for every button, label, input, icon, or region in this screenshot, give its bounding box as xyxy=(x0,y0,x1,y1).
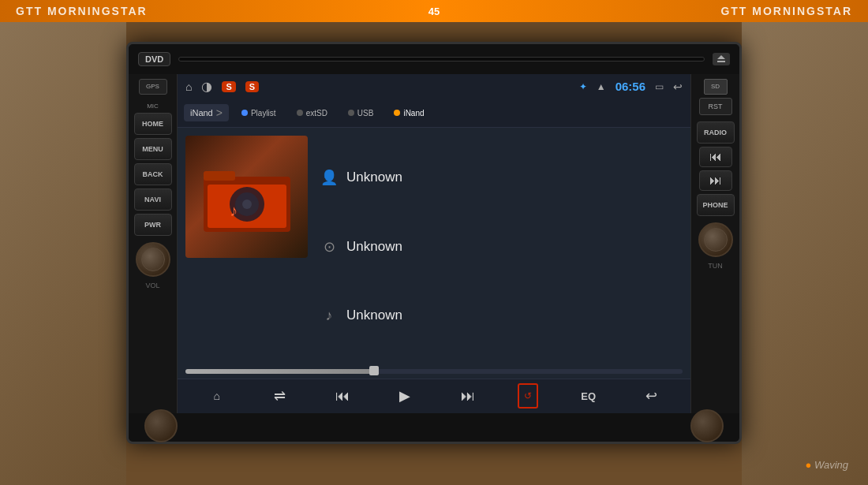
ss-badge[interactable]: S xyxy=(222,81,235,92)
prev-button[interactable]: ⏮ xyxy=(330,383,355,409)
song-icon: ♪ xyxy=(320,308,339,324)
rst-button[interactable]: RST xyxy=(699,98,732,115)
skip-prev-button[interactable]: ⏮ xyxy=(699,147,732,167)
home-status-icon[interactable]: ⌂ xyxy=(185,80,192,93)
svg-point-5 xyxy=(242,200,252,209)
folder-name: iNand xyxy=(190,108,213,118)
song-row: ♪ Unknown xyxy=(320,308,683,324)
banner-number: 45 xyxy=(428,6,440,17)
navi-button[interactable]: NAVI xyxy=(134,188,172,211)
play-pause-button[interactable]: ▶ xyxy=(392,383,417,409)
source-tab-extsd[interactable]: extSD xyxy=(289,106,335,120)
progress-thumb[interactable] xyxy=(369,366,379,375)
radio-button[interactable]: RADIO xyxy=(697,121,735,144)
source-tab-playlist[interactable]: Playlist xyxy=(234,106,284,120)
bg-left xyxy=(0,0,126,485)
usb-label: USB xyxy=(357,109,374,118)
ss-badge-2[interactable]: S xyxy=(245,81,259,92)
bg-right xyxy=(742,0,868,485)
album-row: ⊙ Unknown xyxy=(320,238,683,256)
eject-line-icon xyxy=(717,61,725,62)
volume-knob-inner xyxy=(141,248,165,271)
skip-next-button[interactable]: ⏭ xyxy=(699,170,732,191)
next-button[interactable]: ⏭ xyxy=(455,383,481,409)
artist-row: 👤 Unknown xyxy=(320,169,683,186)
album-icon: ⊙ xyxy=(320,238,339,256)
tun-knob-container xyxy=(690,412,724,442)
bottom-controls: ⌂ ⇌ ⏮ ▶ ⏭ ↺ EQ ↩ xyxy=(178,379,690,413)
eq-button[interactable]: EQ xyxy=(576,383,601,409)
folder-chevron-icon: > xyxy=(216,106,223,119)
progress-fill xyxy=(185,369,374,374)
folder-icon: ♪ xyxy=(200,157,294,236)
back-status-icon[interactable]: ↩ xyxy=(673,80,683,93)
right-button-panel: SD RST RADIO ⏮ ⏭ PHONE TUN xyxy=(690,74,739,413)
gps-button[interactable]: GPS xyxy=(139,79,167,95)
shuffle-button[interactable]: ⇌ xyxy=(267,383,292,409)
left-button-panel: GPS MIC HOME MENU BACK NAVI PWR VOL xyxy=(129,74,178,413)
progress-section[interactable] xyxy=(178,366,690,379)
source-tab-inand[interactable]: iNand xyxy=(386,106,432,120)
banner-left-text: GTT MORNINGSTAR xyxy=(16,5,148,17)
song-text: Unknown xyxy=(346,308,402,323)
vol-label: VOL xyxy=(145,282,159,289)
source-tab-usb[interactable]: USB xyxy=(340,106,382,120)
brightness-icon[interactable]: ◑ xyxy=(201,79,212,94)
bottom-strip xyxy=(129,413,739,442)
mic-label: MIC xyxy=(147,103,159,110)
watermark: ● Waving xyxy=(805,459,848,471)
tuning-knob-inner xyxy=(704,228,728,252)
home-button[interactable]: HOME xyxy=(134,113,172,135)
progress-bar[interactable] xyxy=(185,369,683,374)
svg-rect-1 xyxy=(204,171,235,181)
repeat-button[interactable]: ↺ xyxy=(518,383,538,409)
volume-knob[interactable] xyxy=(136,242,170,277)
main-area: GPS MIC HOME MENU BACK NAVI PWR VOL ⌂ ◑ … xyxy=(129,74,739,413)
control-back-button[interactable]: ↩ xyxy=(638,383,664,409)
inand-label: iNand xyxy=(403,109,424,118)
wifi-icon: ▲ xyxy=(597,81,606,92)
playlist-dot xyxy=(241,110,248,116)
back-button[interactable]: BACK xyxy=(134,163,172,185)
eject-button[interactable] xyxy=(713,53,730,65)
inand-dot xyxy=(394,110,400,116)
time-display: 06:56 xyxy=(615,80,645,93)
vol-knob-container xyxy=(144,412,178,442)
artist-text: Unknown xyxy=(346,170,402,185)
menu-button[interactable]: MENU xyxy=(134,138,172,160)
car-stereo-unit: DVD GPS MIC HOME MENU BACK NAVI PWR VOL xyxy=(126,42,742,444)
battery-icon: ▭ xyxy=(655,81,664,92)
extsd-label: extSD xyxy=(306,109,327,118)
playlist-label: Playlist xyxy=(251,109,276,118)
tuning-knob[interactable] xyxy=(698,222,733,257)
usb-dot xyxy=(348,110,354,116)
dvd-label: DVD xyxy=(138,52,170,66)
album-art: ♪ xyxy=(185,136,308,258)
album-text: Unknown xyxy=(346,239,402,255)
extsd-dot xyxy=(297,110,303,116)
screen: ⌂ ◑ S S ✦ ▲ 06:56 ▭ ↩ iNand > Playli xyxy=(178,74,690,413)
artist-icon: 👤 xyxy=(320,169,339,186)
bluetooth-icon: ✦ xyxy=(579,81,587,92)
status-bar: ⌂ ◑ S S ✦ ▲ 06:56 ▭ ↩ xyxy=(178,74,690,99)
dvd-slot xyxy=(178,57,705,62)
source-bar: iNand > Playlist extSD USB iNand xyxy=(178,99,690,128)
sd-button[interactable]: SD xyxy=(704,79,728,95)
phone-button[interactable]: PHONE xyxy=(697,194,735,216)
top-banner: GTT MORNINGSTAR 45 GTT MORNINGSTAR xyxy=(0,0,868,22)
vol-bottom-knob[interactable] xyxy=(144,409,178,442)
content-area: ♪ 👤 Unknown ⊙ Unknown ♪ Unknown xyxy=(178,128,690,366)
tun-bottom-knob[interactable] xyxy=(690,409,724,442)
svg-text:♪: ♪ xyxy=(230,202,238,219)
control-home-button[interactable]: ⌂ xyxy=(204,383,230,409)
top-bar: DVD xyxy=(129,44,739,74)
tun-label: TUN xyxy=(708,262,723,270)
eject-triangle-icon xyxy=(717,55,725,59)
pwr-button[interactable]: PWR xyxy=(134,214,172,236)
source-folder[interactable]: iNand > xyxy=(184,104,229,121)
banner-right-text: GTT MORNINGSTAR xyxy=(720,5,852,17)
track-info: 👤 Unknown ⊙ Unknown ♪ Unknown xyxy=(320,136,683,358)
